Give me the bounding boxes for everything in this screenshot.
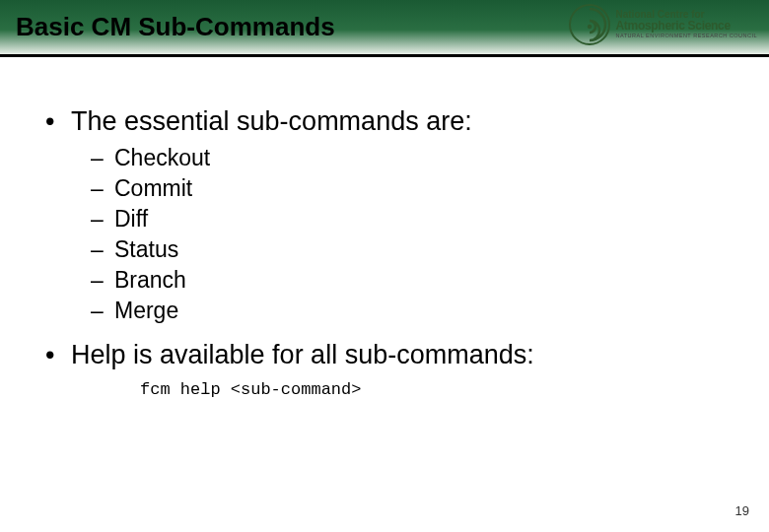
main-list: The essential sub-commands are: Checkout… xyxy=(45,106,730,399)
slide-content: The essential sub-commands are: Checkout… xyxy=(0,57,769,399)
ncas-logo: National Centre for Atmospheric Science … xyxy=(569,4,758,45)
bullet-1-text: The essential sub-commands are: xyxy=(71,106,472,136)
slide-title: Basic CM Sub-Commands xyxy=(16,12,335,42)
sub-item: Status xyxy=(71,236,730,263)
logo-line2: Atmospheric Science xyxy=(616,20,758,32)
bullet-2: Help is available for all sub-commands: … xyxy=(45,340,730,399)
page-number: 19 xyxy=(735,503,749,518)
sub-list: Checkout Commit Diff Status Branch Merge xyxy=(71,145,730,324)
swirl-icon xyxy=(569,4,610,45)
sub-item: Diff xyxy=(71,206,730,233)
svg-point-1 xyxy=(587,25,591,29)
logo-text: National Centre for Atmospheric Science … xyxy=(616,10,758,39)
bullet-2-text: Help is available for all sub-commands: xyxy=(71,340,534,369)
sub-item: Commit xyxy=(71,175,730,202)
logo-line3: NATURAL ENVIRONMENT RESEARCH COUNCIL xyxy=(616,33,758,39)
slide-header: Basic CM Sub-Commands National Centre fo… xyxy=(0,0,769,57)
sub-item: Merge xyxy=(71,298,730,324)
sub-item: Checkout xyxy=(71,145,730,171)
bullet-1: The essential sub-commands are: Checkout… xyxy=(45,106,730,324)
sub-item: Branch xyxy=(71,267,730,294)
code-example: fcm help <sub-command> xyxy=(71,380,730,399)
